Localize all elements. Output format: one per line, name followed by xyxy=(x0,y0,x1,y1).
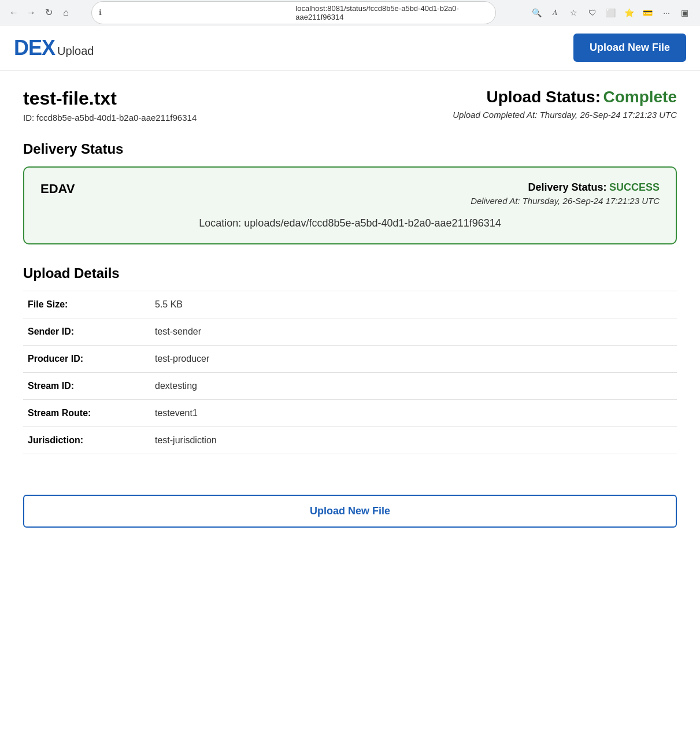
file-id-value: fccd8b5e-a5bd-40d1-b2a0-aae211f96314 xyxy=(36,113,197,123)
upload-new-file-button-bottom[interactable]: Upload New File xyxy=(23,495,677,528)
delivery-card: EDAV Delivery Status: SUCCESS Delivered … xyxy=(23,166,677,244)
split-view-button[interactable]: ⬜ xyxy=(603,5,619,21)
favorites-button[interactable]: ☆ xyxy=(566,5,582,21)
detail-label: Stream ID: xyxy=(23,373,150,400)
table-row: Stream ID:dextesting xyxy=(23,373,677,400)
file-info-left: test-file.txt ID: fccd8b5e-a5bd-40d1-b2a… xyxy=(23,88,197,123)
file-id-label: ID: xyxy=(23,113,34,123)
detail-value: test-jurisdiction xyxy=(150,427,677,454)
upload-status-label: Upload Status: xyxy=(486,88,601,106)
file-info-section: test-file.txt ID: fccd8b5e-a5bd-40d1-b2a… xyxy=(23,88,677,123)
detail-label: File Size: xyxy=(23,291,150,318)
read-aloud-button[interactable]: 𝐴 xyxy=(547,5,564,21)
detail-label: Stream Route: xyxy=(23,400,150,427)
table-row: Stream Route:testevent1 xyxy=(23,400,677,427)
bottom-upload-section: Upload New File xyxy=(0,495,700,551)
upload-status-value: Complete xyxy=(603,88,677,106)
detail-value: test-producer xyxy=(150,346,677,373)
delivery-card-header: EDAV Delivery Status: SUCCESS Delivered … xyxy=(40,181,660,206)
sidebar-button[interactable]: ▣ xyxy=(677,5,693,21)
detail-label: Sender ID: xyxy=(23,318,150,346)
home-button[interactable]: ⌂ xyxy=(59,6,73,20)
more-button[interactable]: ··· xyxy=(658,5,675,21)
delivery-status-right: Delivery Status: SUCCESS Delivered At: T… xyxy=(471,181,660,206)
back-button[interactable]: ← xyxy=(7,6,21,20)
table-row: Sender ID:test-sender xyxy=(23,318,677,346)
completed-at-label: Upload Completed At: xyxy=(453,110,537,120)
upload-status-section: Upload Status: Complete Upload Completed… xyxy=(453,88,677,120)
completed-at-value: Thursday, 26-Sep-24 17:21:23 UTC xyxy=(540,110,677,120)
delivery-delivered-at: Delivered At: Thursday, 26-Sep-24 17:21:… xyxy=(471,196,660,206)
delivery-status-line: Delivery Status: SUCCESS xyxy=(471,181,660,194)
logo-dex: DEX xyxy=(14,36,55,60)
forward-button[interactable]: → xyxy=(24,6,38,20)
detail-label: Jurisdiction: xyxy=(23,427,150,454)
detail-value: test-sender xyxy=(150,318,677,346)
delivered-at-value: Thursday, 26-Sep-24 17:21:23 UTC xyxy=(523,196,660,206)
main-content: test-file.txt ID: fccd8b5e-a5bd-40d1-b2a… xyxy=(0,71,700,472)
logo-upload: Upload xyxy=(57,44,94,58)
wallet-button[interactable]: 💳 xyxy=(640,5,656,21)
delivery-status-heading: Delivery Status xyxy=(23,141,677,157)
delivery-location: Location: uploads/edav/fccd8b5e-a5bd-40d… xyxy=(40,217,660,229)
location-value: uploads/edav/fccd8b5e-a5bd-40d1-b2a0-aae… xyxy=(244,217,501,229)
collections-button[interactable]: ⭐ xyxy=(621,5,638,21)
browser-chrome: ← → ↻ ⌂ ℹ localhost:8081/status/fccd8b5e… xyxy=(0,0,700,25)
table-row: File Size:5.5 KB xyxy=(23,291,677,318)
detail-value: 5.5 KB xyxy=(150,291,677,318)
upload-status-line: Upload Status: Complete xyxy=(453,88,677,106)
delivery-name: EDAV xyxy=(40,181,75,196)
browser-nav-buttons: ← → ↻ ⌂ xyxy=(7,6,73,20)
details-table: File Size:5.5 KBSender ID:test-senderPro… xyxy=(23,291,677,454)
table-row: Producer ID:test-producer xyxy=(23,346,677,373)
upload-completed-at: Upload Completed At: Thursday, 26-Sep-24… xyxy=(453,110,677,120)
location-label: Location: xyxy=(199,217,241,229)
table-row: Jurisdiction:test-jurisdiction xyxy=(23,427,677,454)
url-text: localhost:8081/status/fccd8b5e-a5bd-40d1… xyxy=(295,4,488,21)
detail-value: dextesting xyxy=(150,373,677,400)
zoom-button[interactable]: 🔍 xyxy=(529,5,545,21)
delivery-status-value: SUCCESS xyxy=(609,181,660,193)
file-name: test-file.txt xyxy=(23,88,197,109)
upload-new-file-button-header[interactable]: Upload New File xyxy=(573,34,686,62)
delivery-status-section: Delivery Status EDAV Delivery Status: SU… xyxy=(23,141,677,244)
address-bar[interactable]: ℹ localhost:8081/status/fccd8b5e-a5bd-40… xyxy=(91,1,496,24)
app-header: DEX Upload Upload New File xyxy=(0,25,700,71)
detail-label: Producer ID: xyxy=(23,346,150,373)
delivered-at-label: Delivered At: xyxy=(471,196,520,206)
refresh-button[interactable]: ↻ xyxy=(42,6,55,20)
upload-details-section: Upload Details File Size:5.5 KBSender ID… xyxy=(23,265,677,454)
tracker-button[interactable]: 🛡 xyxy=(584,5,601,21)
file-id: ID: fccd8b5e-a5bd-40d1-b2a0-aae211f96314 xyxy=(23,113,197,123)
delivery-status-label: Delivery Status: xyxy=(528,181,606,193)
detail-value: testevent1 xyxy=(150,400,677,427)
browser-toolbar-icons: 🔍 𝐴 ☆ 🛡 ⬜ ⭐ 💳 ··· ▣ xyxy=(529,5,693,21)
upload-details-heading: Upload Details xyxy=(23,265,677,281)
app-logo: DEX Upload xyxy=(14,36,94,60)
